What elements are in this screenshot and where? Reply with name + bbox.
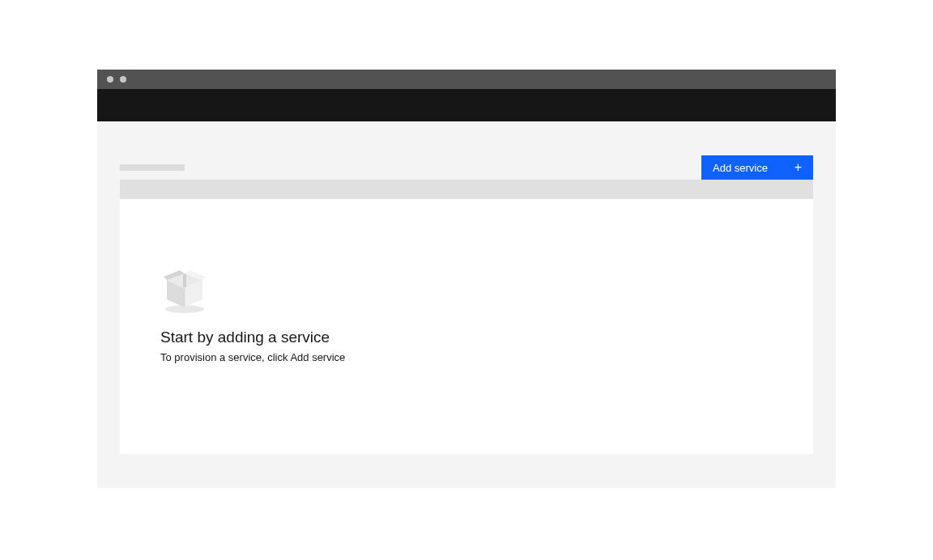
window-chrome (97, 70, 836, 89)
main-panel: Start by adding a service To provision a… (120, 199, 813, 454)
app-window: Add service + (97, 70, 836, 488)
add-service-label: Add service (713, 162, 768, 174)
window-control-dot[interactable] (107, 76, 113, 83)
add-service-button[interactable]: Add service + (701, 155, 813, 180)
svg-marker-9 (183, 274, 186, 287)
window-control-dot[interactable] (120, 76, 126, 83)
plus-icon: + (795, 161, 802, 174)
toolbar-row: Add service + (120, 155, 813, 180)
title-placeholder (120, 164, 185, 171)
package-box-icon (160, 265, 209, 314)
content-area: Add service + (97, 121, 836, 488)
table-header-bar (120, 180, 813, 199)
empty-state-subtitle: To provision a service, click Add servic… (160, 351, 813, 363)
app-header (97, 89, 836, 121)
empty-state: Start by adding a service To provision a… (160, 265, 813, 363)
empty-state-title: Start by adding a service (160, 329, 813, 346)
